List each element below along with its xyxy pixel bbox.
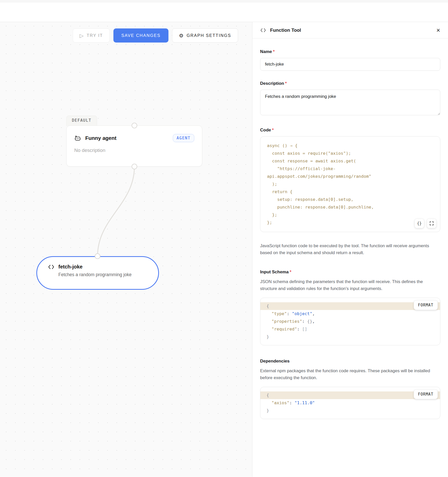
graph-canvas[interactable]: ▷ TRY IT SAVE CHANGES ⚙ GRAPH SETTINGS D… <box>0 22 252 477</box>
input-schema-label: Input Schema* <box>260 269 440 275</box>
save-changes-label: SAVE CHANGES <box>121 33 161 38</box>
description-label: Description* <box>260 81 440 86</box>
format-braces-button[interactable]: {} <box>414 219 424 228</box>
agent-bottom-port[interactable] <box>132 164 137 169</box>
canvas-toolbar: ▷ TRY IT SAVE CHANGES ⚙ GRAPH SETTINGS <box>73 28 238 43</box>
function-tool-panel: Function Tool ✕ Name* Description* Fetch… <box>252 22 448 477</box>
editor-line: } <box>260 407 440 414</box>
code-label: Code* <box>260 128 440 133</box>
dependencies-editor[interactable]: FORMAT { "axios": "1.11.0"} <box>260 387 440 419</box>
gear-icon: ⚙ <box>179 33 184 39</box>
edge-connector <box>98 167 134 256</box>
input-schema-help-text: JSON schema defining the parameters that… <box>260 278 440 292</box>
node-group-tab[interactable]: DEFAULT <box>66 116 97 126</box>
save-changes-button[interactable]: SAVE CHANGES <box>113 28 168 43</box>
function-tool-icon <box>260 28 266 33</box>
graph-settings-button[interactable]: ⚙ GRAPH SETTINGS <box>172 28 238 43</box>
try-it-label: TRY IT <box>87 33 103 38</box>
required-asterisk: * <box>285 81 287 86</box>
tool-node-description: Fetches a random programming joke <box>58 272 151 277</box>
format-button[interactable]: FORMAT <box>414 389 438 399</box>
agent-node[interactable]: Funny agent AGENT No description <box>66 126 202 167</box>
edge-layer <box>0 22 252 477</box>
panel-title: Function Tool <box>270 27 301 33</box>
tool-node[interactable]: fetch-joke Fetches a random programming … <box>36 256 159 290</box>
editor-line: "required": [] <box>260 325 440 333</box>
editor-line: { <box>260 302 440 310</box>
code-help-text: JavaScript function code to be executed … <box>260 242 440 256</box>
required-asterisk: * <box>273 49 275 54</box>
code-content[interactable]: async () ⇒ { const axios = require("axio… <box>267 142 433 226</box>
agent-type-badge: AGENT <box>173 134 194 142</box>
dependencies-help-text: External npm packages that the function … <box>260 367 440 381</box>
agent-top-port[interactable] <box>132 123 137 128</box>
editor-line: { <box>260 391 440 399</box>
editor-line: "properties": {}, <box>260 318 440 325</box>
required-asterisk: * <box>272 128 274 132</box>
try-it-button[interactable]: ▷ TRY IT <box>73 28 110 43</box>
format-button[interactable]: FORMAT <box>414 300 438 310</box>
required-asterisk: * <box>290 269 291 274</box>
play-icon: ▷ <box>80 33 83 39</box>
name-label: Name* <box>260 49 440 54</box>
app-top-bar <box>0 2 448 22</box>
agent-node-title: Funny agent <box>85 135 116 141</box>
editor-line: "type": "object", <box>260 310 440 318</box>
code-editor[interactable]: async () ⇒ { const axios = require("axio… <box>260 136 440 232</box>
agent-node-description: No description <box>74 148 194 153</box>
tool-node-title: fetch-joke <box>58 264 82 270</box>
tool-top-port[interactable] <box>95 253 100 259</box>
window-top-strip <box>0 0 448 2</box>
panel-body: Name* Description* Fetches a random prog… <box>252 38 448 430</box>
code-brackets-icon <box>48 264 55 270</box>
robot-icon <box>74 135 81 142</box>
expand-fullscreen-button[interactable] <box>427 219 436 228</box>
description-textarea[interactable]: Fetches a random programming joke <box>260 90 440 115</box>
graph-settings-label: GRAPH SETTINGS <box>187 33 231 38</box>
panel-header: Function Tool ✕ <box>252 22 448 38</box>
editor-line: } <box>260 333 440 341</box>
input-schema-editor[interactable]: FORMAT { "type": "object", "properties":… <box>260 298 440 345</box>
fullscreen-icon <box>430 221 434 225</box>
name-input[interactable] <box>260 58 440 71</box>
dependencies-label: Dependencies <box>260 359 440 364</box>
editor-line: "axios": "1.11.0" <box>260 399 440 407</box>
close-button[interactable]: ✕ <box>436 27 440 33</box>
